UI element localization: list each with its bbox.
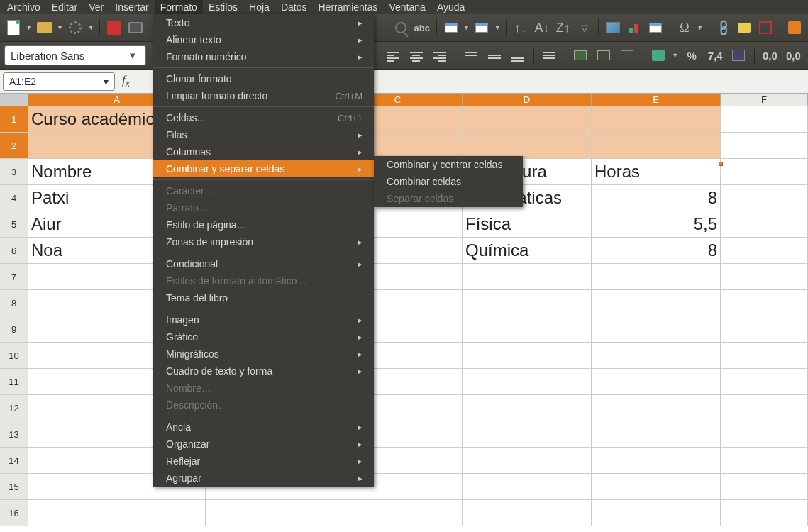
new-doc-dropdown[interactable]: ▼ xyxy=(26,24,33,31)
print-button[interactable] xyxy=(126,18,145,37)
menuitem[interactable]: Filas xyxy=(153,126,374,143)
cell-E13[interactable] xyxy=(592,421,721,448)
menuitem[interactable]: Tema del libro xyxy=(153,289,374,306)
menuitem[interactable]: Agrupar xyxy=(153,470,374,487)
cell-D10[interactable] xyxy=(463,343,592,369)
menu-archivo[interactable]: Archivo xyxy=(1,0,46,14)
cell-F15[interactable] xyxy=(721,474,808,500)
cell-F5[interactable] xyxy=(721,211,808,238)
cell-D6[interactable]: Química xyxy=(463,238,592,264)
spellcheck-button[interactable]: abc xyxy=(413,18,431,37)
submenu-item[interactable]: Combinar y centrar celdas xyxy=(374,156,523,173)
cell-D15[interactable] xyxy=(463,474,592,500)
valign-middle-button[interactable] xyxy=(485,46,505,65)
cell-E5[interactable]: 5,5 xyxy=(592,211,721,238)
merge-cells-button[interactable] xyxy=(594,46,614,65)
align-left-button[interactable] xyxy=(382,46,403,65)
function-wizard-button[interactable]: fx xyxy=(122,73,130,89)
row-header-2[interactable]: 2 xyxy=(0,133,28,159)
cell-F3[interactable] xyxy=(721,159,808,185)
save-dropdown[interactable]: ▼ xyxy=(87,24,94,31)
cell-F7[interactable] xyxy=(721,264,808,290)
cell-D7[interactable] xyxy=(463,264,592,290)
align-right-button[interactable] xyxy=(429,46,450,65)
special-char-button[interactable]: Ω xyxy=(675,18,694,37)
row-header-4[interactable]: 4 xyxy=(0,185,28,211)
cell-E9[interactable] xyxy=(592,316,721,343)
menu-formato[interactable]: Formato xyxy=(155,0,203,14)
cell-F4[interactable] xyxy=(721,185,808,211)
cell-E7[interactable] xyxy=(592,264,721,290)
save-button[interactable] xyxy=(67,18,85,37)
cell-E3[interactable]: Horas xyxy=(592,159,721,185)
add-decimal-button[interactable]: 0,0 xyxy=(760,46,780,65)
remove-decimal-button[interactable]: 0,0 xyxy=(783,46,804,65)
row-header-9[interactable]: 9 xyxy=(0,316,28,343)
row-header-11[interactable]: 11 xyxy=(0,369,28,395)
menuitem[interactable]: Reflejar xyxy=(153,453,374,470)
row-header-10[interactable]: 10 xyxy=(0,343,28,369)
valign-bottom-button[interactable] xyxy=(508,46,528,65)
cell-E11[interactable] xyxy=(592,369,721,395)
row-header-15[interactable]: 15 xyxy=(0,474,28,500)
menu-ver[interactable]: Ver xyxy=(83,0,109,14)
open-button[interactable] xyxy=(35,18,54,37)
menuitem[interactable]: Gráfico xyxy=(153,328,374,345)
cell-F6[interactable] xyxy=(721,238,808,264)
cell-E14[interactable] xyxy=(592,448,721,474)
open-dropdown[interactable]: ▼ xyxy=(57,24,64,31)
row-button[interactable] xyxy=(442,18,460,37)
cell-D14[interactable] xyxy=(463,448,592,474)
cell-C16[interactable] xyxy=(333,500,463,526)
cell-E2[interactable] xyxy=(592,133,721,159)
row-header-6[interactable]: 6 xyxy=(0,238,28,264)
row-header-13[interactable]: 13 xyxy=(0,421,28,448)
currency-dropdown[interactable]: ▼ xyxy=(672,52,679,59)
sort-za-button[interactable]: Z↑ xyxy=(554,18,572,37)
row-header-14[interactable]: 14 xyxy=(0,448,28,474)
cell-F10[interactable] xyxy=(721,343,808,369)
menu-ventana[interactable]: Ventana xyxy=(384,0,431,14)
menuitem[interactable]: Condicional xyxy=(153,255,374,272)
special-char-dropdown[interactable]: ▼ xyxy=(697,24,704,31)
menuitem[interactable]: Alinear texto xyxy=(153,31,374,48)
cell-E15[interactable] xyxy=(592,474,721,500)
col-button[interactable] xyxy=(472,18,491,37)
cell-E8[interactable] xyxy=(592,290,721,316)
menuitem[interactable]: Formato numérico xyxy=(153,48,374,65)
unmerge-button[interactable] xyxy=(617,46,638,65)
selection-handle[interactable] xyxy=(719,162,723,166)
menuitem[interactable]: Minigráficos xyxy=(153,345,374,362)
cell-B16[interactable] xyxy=(206,500,333,526)
row-header-3[interactable]: 3 xyxy=(0,159,28,185)
cell-E16[interactable] xyxy=(592,500,721,526)
cell-E6[interactable]: 8 xyxy=(592,238,721,264)
menuitem[interactable]: Limpiar formato directoCtrl+M xyxy=(153,87,374,104)
row-header-5[interactable]: 5 xyxy=(0,211,28,238)
row-header-1[interactable]: 1 xyxy=(0,106,28,133)
cell-D16[interactable] xyxy=(463,500,592,526)
menu-hoja[interactable]: Hoja xyxy=(243,0,275,14)
row-dropdown[interactable]: ▼ xyxy=(463,24,470,31)
menuitem[interactable]: Celdas...Ctrl+1 xyxy=(153,109,374,126)
date-button[interactable] xyxy=(729,46,749,65)
cell-D12[interactable] xyxy=(463,395,592,421)
col-dropdown[interactable]: ▼ xyxy=(494,24,501,31)
cell-D13[interactable] xyxy=(463,421,592,448)
number-button[interactable]: 7,4 xyxy=(705,46,726,65)
col-header-d[interactable]: D xyxy=(463,94,592,106)
cell-E4[interactable]: 8 xyxy=(592,185,721,211)
cell-F2[interactable] xyxy=(721,133,808,159)
image-button[interactable] xyxy=(604,18,622,37)
cell-F14[interactable] xyxy=(721,448,808,474)
row-header-12[interactable]: 12 xyxy=(0,395,28,421)
sort-az-button[interactable]: A↓ xyxy=(533,18,551,37)
row-header-8[interactable]: 8 xyxy=(0,290,28,316)
new-doc-button[interactable] xyxy=(4,18,23,37)
valign-top-button[interactable] xyxy=(460,46,481,65)
cell-D2[interactable] xyxy=(463,133,592,159)
menuitem[interactable]: Estilo de página… xyxy=(153,216,374,233)
cell-F16[interactable] xyxy=(721,500,808,526)
cell-D8[interactable] xyxy=(463,290,592,316)
sort-asc-button[interactable]: ↑↓ xyxy=(511,18,530,37)
